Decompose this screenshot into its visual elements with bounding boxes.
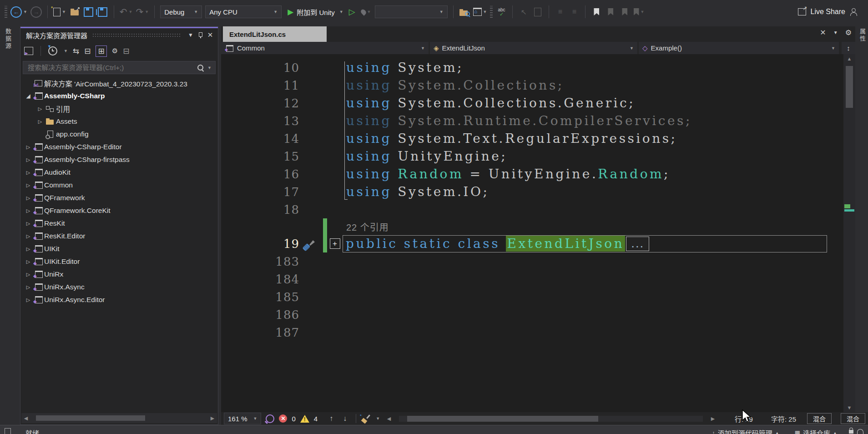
code-health-icon[interactable] [266,414,274,423]
clear-bookmarks-button[interactable]: ▼ [633,5,644,19]
expander-icon[interactable] [23,157,33,163]
navigate-forward-button[interactable]: → [30,5,42,19]
expander-icon[interactable] [23,208,33,214]
code-line[interactable]: 183 [221,252,843,270]
decrease-indent-button[interactable]: ≡ [555,5,565,19]
code-line[interactable]: 18 [221,201,843,218]
search-options-dropdown[interactable]: ▼ [207,66,212,70]
new-item-button[interactable]: *▼ [53,5,66,19]
scroll-up-arrow[interactable]: ▲ [843,56,855,61]
tree-item[interactable]: Assembly-CSharp [20,90,218,102]
undo-button[interactable]: ↶▼ [120,5,133,19]
line-ending-indicator[interactable]: 混合 [841,413,865,424]
redo-button[interactable]: ↷▼ [136,5,149,19]
codelens-references[interactable]: 22 个引用 [343,220,389,233]
paste-button[interactable] [532,5,543,19]
tree-item[interactable]: UIKit [20,242,218,255]
expand-region-button[interactable]: + [330,238,340,249]
gear-icon[interactable]: ⚙ [845,28,852,37]
notifications-bell-icon[interactable] [857,429,863,434]
scroll-right-arrow[interactable]: ▶ [208,415,217,421]
hscroll-thumb[interactable] [36,415,145,421]
select-pointer-button[interactable]: ↖ [518,5,529,19]
warning-count[interactable]: 4 [314,415,318,423]
collapsed-class-declaration[interactable]: public static class ExtendLitJson ... [343,235,827,252]
tree-item[interactable]: Assembly-CSharp-firstpass [20,153,218,166]
tree-item[interactable]: AudioKit [20,166,218,179]
collapsed-region-ellipsis[interactable]: ... [626,237,649,251]
increase-indent-button[interactable]: ≡ [569,5,580,19]
show-all-files-button[interactable]: ⊟ [123,47,129,55]
properties-wrench-button[interactable]: ⚙ [112,47,118,55]
window-position-dropdown[interactable]: ▼ [187,32,195,38]
code-line[interactable]: 11using System.Collections; [221,76,843,94]
expander-icon[interactable] [23,284,33,290]
search-icon[interactable] [197,65,203,71]
code-line[interactable]: 16using Random = UnityEngine.Random; [221,165,843,183]
expander-icon[interactable] [35,119,45,125]
switch-views-button[interactable] [24,47,33,55]
select-repository-button[interactable]: ▦ 选择仓库 ▲ [795,428,837,434]
scroll-down-arrow[interactable]: ▼ [843,405,855,410]
open-file-button[interactable]: ↗ [69,5,80,19]
code-line[interactable]: 15using UnityEngine; [221,147,843,165]
next-bookmark-button[interactable] [619,5,630,19]
code-line-19[interactable]: 19 + public static class ExtendLitJson .… [221,235,843,252]
pending-changes-filter-button[interactable]: ▼ [48,46,57,56]
expander-icon[interactable] [23,272,33,278]
tree-item[interactable]: 引用 [20,102,218,115]
code-line[interactable]: 184 [221,270,843,288]
code-line[interactable]: 17using System.IO; [221,183,843,201]
filter-dropdown[interactable]: ▼ [64,49,68,53]
code-line[interactable]: 10using System; [221,59,843,76]
empty-dropdown[interactable]: ▼ [375,5,448,18]
find-in-files-button[interactable] [459,5,470,19]
preview-selected-items-toggle[interactable]: ⊞ [96,45,106,57]
hot-reload-button[interactable]: ▼ [361,5,372,19]
code-line[interactable]: 185 [221,288,843,306]
previous-issue-button[interactable]: ↑ [329,414,333,423]
split-window-button[interactable]: ↕ [842,42,855,54]
sync-with-active-document-button[interactable]: ⇆ [73,46,79,56]
start-without-debugging-button[interactable]: ▷ [347,5,358,19]
expander-icon[interactable] [23,170,33,176]
expander-icon[interactable] [23,182,33,188]
code-cleanup-button[interactable]: * [361,414,370,423]
toggle-bookmark-button[interactable] [591,5,602,19]
expander-icon[interactable] [23,246,33,252]
expander-icon[interactable] [23,221,33,227]
tree-item[interactable]: UniRx.Async [20,281,218,293]
search-input[interactable] [27,63,195,72]
member-dropdown[interactable]: ◇ Example() ▼ [639,42,839,54]
vscroll-thumb[interactable] [846,66,853,108]
tree-item[interactable]: QFramework [20,192,218,204]
encoding-indicator[interactable]: 混合 [807,413,832,424]
solution-explorer-window-button[interactable]: ⌂▼ [473,5,487,19]
code-cleanup-dropdown[interactable]: ▼ [376,416,380,421]
tree-item[interactable]: Assets [20,115,218,128]
expander-icon[interactable] [35,106,45,112]
tree-item[interactable]: Assembly-CSharp-Editor [20,141,218,153]
expander-icon[interactable] [23,233,33,239]
navigate-back-button[interactable]: ←▼ [10,5,27,19]
type-dropdown[interactable]: ◈ ExtendLitJson ▼ [430,42,637,54]
tree-item[interactable]: app.config [20,128,218,141]
warning-icon[interactable] [300,415,309,423]
tree-item[interactable]: ResKit [20,217,218,230]
next-issue-button[interactable]: ↓ [343,414,347,423]
code-line[interactable]: 12using System.Collections.Generic; [221,94,843,112]
code-line[interactable]: 14using System.Text.RegularExpressions; [221,130,843,147]
account-icon[interactable] [850,8,857,15]
platform-dropdown[interactable]: Any CPU▼ [205,5,282,18]
data-sources-rail-tab[interactable]: 数据源 [4,28,12,50]
hscroll-right-arrow[interactable]: ▶ [708,416,717,422]
attach-to-unity-button[interactable]: ▶ 附加到 Unity ▼ [288,5,343,19]
live-share-button[interactable]: Live Share [811,8,846,16]
error-icon[interactable]: ✕ [279,414,287,423]
hscroll-left-arrow[interactable]: ◀ [384,416,394,422]
code-line[interactable]: 13using System.Runtime.CompilerServices; [221,112,843,130]
close-panel-button[interactable]: ✕ [206,31,214,39]
char-indicator[interactable]: 字符: 25 [771,414,796,424]
save-all-button[interactable] [97,5,108,19]
solution-explorer-hscrollbar[interactable]: ◀ ▶ [21,413,217,423]
